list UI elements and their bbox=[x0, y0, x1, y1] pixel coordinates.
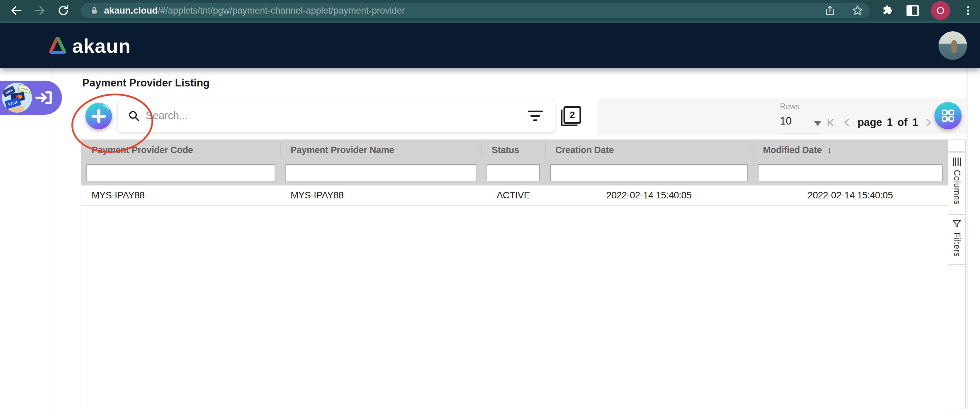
first-page-button[interactable] bbox=[825, 116, 837, 129]
kebab-menu-icon bbox=[962, 5, 974, 16]
filter-input-payment-provider-name[interactable] bbox=[285, 164, 476, 181]
filter-input-payment-provider-code[interactable] bbox=[86, 164, 275, 181]
login-arrow-icon bbox=[35, 90, 53, 105]
column-header-payment-provider-code[interactable]: Payment Provider Code bbox=[81, 140, 280, 161]
search-input[interactable] bbox=[145, 109, 525, 122]
back-icon bbox=[10, 4, 23, 17]
browser-profile-avatar[interactable]: O bbox=[931, 1, 950, 20]
brand-name: akaun bbox=[72, 34, 131, 57]
sort-desc-icon: ↓ bbox=[827, 145, 832, 156]
tab-filters[interactable]: Filters bbox=[948, 214, 966, 265]
url-host: akaun.cloud bbox=[104, 5, 158, 16]
lock-icon bbox=[89, 5, 99, 16]
table-header-row: Payment Provider Code Payment Provider N… bbox=[81, 140, 948, 161]
pages-2-icon: 2 bbox=[563, 106, 581, 124]
search-icon bbox=[128, 110, 140, 121]
column-header-status[interactable]: Status bbox=[482, 140, 545, 161]
bookmark-button[interactable] bbox=[851, 5, 864, 17]
prev-page-button[interactable] bbox=[841, 116, 853, 129]
extensions-button[interactable] bbox=[882, 5, 894, 17]
filter-input-creation-date[interactable] bbox=[550, 164, 748, 181]
sidebar-item-payment-login[interactable]: AMEX echeck VISA bbox=[0, 81, 62, 115]
add-button[interactable] bbox=[86, 103, 112, 129]
url-bar[interactable]: akaun.cloud/#/applets/tnt/pgw/payment-ch… bbox=[81, 3, 870, 18]
page-title: Payment Provider Listing bbox=[82, 77, 210, 89]
cell-payment-provider-name: MYS-IPAY88 bbox=[280, 190, 482, 201]
column-header-modified-date[interactable]: Modified Date ↓ bbox=[753, 140, 948, 161]
app-header: akaun bbox=[0, 23, 980, 68]
table-row[interactable]: MYS-IPAY88 MYS-IPAY88 ACTIVE 2022-02-14 … bbox=[81, 185, 948, 206]
menu-button[interactable] bbox=[962, 5, 974, 16]
page-label: page bbox=[858, 116, 882, 129]
grid-icon bbox=[941, 108, 955, 123]
screen: akaun.cloud/#/applets/tnt/pgw/payment-ch… bbox=[0, 0, 980, 409]
column-header-creation-date[interactable]: Creation Date bbox=[545, 140, 753, 161]
filter-input-modified-date[interactable] bbox=[758, 164, 943, 181]
sidebar bbox=[0, 68, 52, 409]
puzzle-icon bbox=[882, 5, 894, 17]
content-left-border bbox=[81, 68, 81, 409]
tab-filters-label: Filters bbox=[952, 232, 962, 257]
page-current: 1 bbox=[887, 116, 892, 129]
back-button[interactable] bbox=[9, 3, 24, 18]
share-button[interactable] bbox=[824, 5, 836, 16]
cell-payment-provider-code: MYS-IPAY88 bbox=[81, 190, 280, 201]
browser-chrome: akaun.cloud/#/applets/tnt/pgw/payment-ch… bbox=[0, 0, 980, 23]
url-path: /#/applets/tnt/pgw/payment-channel-apple… bbox=[158, 5, 405, 16]
user-avatar[interactable] bbox=[939, 31, 967, 60]
page-total: 1 bbox=[912, 116, 918, 129]
brand-logo: akaun bbox=[48, 34, 131, 57]
columns-icon bbox=[953, 158, 961, 166]
search-bar bbox=[118, 99, 555, 132]
cell-modified-date: 2022-02-14 15:40:05 bbox=[753, 190, 948, 201]
pagination: page 1 of 1 bbox=[825, 112, 951, 133]
scroll-gutter-line bbox=[967, 68, 968, 409]
reload-button[interactable] bbox=[56, 3, 71, 18]
tab-columns-label: Columns bbox=[952, 170, 962, 205]
forward-button[interactable] bbox=[32, 3, 47, 18]
chevron-down-icon[interactable] bbox=[814, 121, 821, 126]
reload-icon bbox=[57, 4, 70, 17]
akaun-triangle-icon bbox=[48, 36, 67, 55]
sidebar-divider bbox=[52, 68, 52, 409]
grid-view-button[interactable] bbox=[934, 102, 962, 129]
side-tabs: Columns Filters bbox=[948, 140, 966, 409]
tab-columns[interactable]: Columns bbox=[948, 153, 966, 213]
star-icon bbox=[851, 5, 864, 17]
rows-per-page-select[interactable]: 10 bbox=[780, 115, 791, 127]
forward-icon bbox=[33, 4, 46, 17]
cell-status: ACTIVE bbox=[482, 190, 545, 201]
pages-2-button[interactable]: 2 bbox=[562, 106, 582, 127]
payment-cards-image: AMEX echeck VISA bbox=[2, 83, 32, 113]
next-page-button[interactable] bbox=[923, 116, 934, 129]
side-panel-icon[interactable] bbox=[907, 5, 919, 16]
content-right-border bbox=[966, 68, 966, 409]
table-filter-row bbox=[81, 161, 948, 185]
column-header-payment-provider-name[interactable]: Payment Provider Name bbox=[280, 140, 482, 161]
rows-label: Rows bbox=[780, 102, 800, 111]
page-of-label: of bbox=[898, 116, 907, 129]
share-icon bbox=[824, 5, 836, 16]
funnel-icon bbox=[952, 220, 962, 228]
cell-creation-date: 2022-02-14 15:40:05 bbox=[545, 190, 753, 201]
filter-input-status[interactable] bbox=[487, 164, 540, 181]
filter-button[interactable] bbox=[525, 108, 546, 124]
